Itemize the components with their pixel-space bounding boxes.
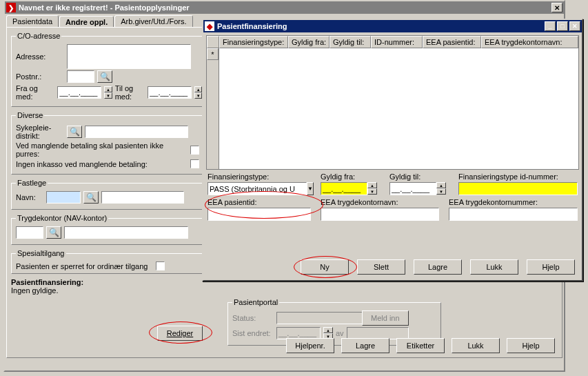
grid-new-row-marker[interactable]: * — [207, 48, 219, 60]
label-gyldig-til: Gyldig til: — [389, 172, 449, 181]
lookup-trygdekontor-button[interactable]: 🔍 — [46, 226, 61, 239]
legend-co-adresse: C/O-adresse — [16, 32, 61, 40]
grid-col-eea-trygdekontornavn[interactable]: EEA trygdekontornavn: — [481, 36, 578, 48]
input-fra-og-med[interactable] — [57, 86, 101, 99]
label-inkasso: Ingen inkasso ved manglende betaling: — [16, 160, 148, 168]
hjelpenr-button[interactable]: Hjelpenr. — [286, 338, 334, 353]
group-pasientfinansiering: Pasientfinansiering: Ingen gyldige. — [11, 278, 204, 295]
label-eea-pasientid: EEA pasientid: — [207, 198, 311, 206]
input-sykepleie[interactable] — [85, 126, 188, 138]
label-sykepleie: Sykepleie- distrikt: — [16, 123, 64, 140]
main-window-title: Navnet er ikke registrert! - Pasientoppl… — [19, 3, 190, 12]
grid-cells[interactable] — [219, 48, 578, 169]
input-eea-trygdekontornummer[interactable] — [449, 208, 578, 221]
group-diverse: Diverse Sykepleie- distrikt: 🔍 Ved mangl… — [11, 111, 204, 175]
binoculars-icon: 🔍 — [49, 228, 59, 237]
binoculars-icon: 🔍 — [100, 72, 110, 81]
legend-spesialtilgang: Spesialtilgang — [16, 249, 66, 257]
input-eea-pasientid[interactable] — [207, 208, 311, 221]
lagre-button[interactable]: Lagre — [341, 338, 389, 353]
main-close-button[interactable]: ✕ — [551, 3, 562, 12]
input-adresse[interactable] — [67, 44, 191, 69]
popup-hjelp-button[interactable]: Hjelp — [527, 259, 575, 275]
text-ingen-gyldige: Ingen gyldige. — [11, 286, 204, 295]
meld-inn-button[interactable]: Meld inn — [362, 310, 409, 326]
rediger-label: Rediger — [167, 329, 194, 337]
grid-col-gyldig-til[interactable]: Gyldig til: — [330, 36, 371, 48]
lookup-fastlege-button[interactable]: 🔍 — [83, 191, 99, 204]
popup-icon: ◆ — [205, 21, 214, 31]
main-button-bar: Hjelpenr. Lagre Etiketter Lukk Hjelp — [7, 338, 555, 353]
spin-fra[interactable]: ▲▼ — [104, 86, 112, 99]
input-gyldig-fra[interactable] — [321, 182, 367, 195]
binoculars-icon: 🔍 — [86, 192, 97, 202]
slett-button[interactable]: Slett — [357, 259, 405, 275]
label-eea-trygdekontornummer: EEA trygdekontornummer: — [449, 198, 578, 206]
legend-trygdekontor: Trygdekontor (NAV-kontor) — [16, 214, 108, 222]
grid: Finansieringstype: Gyldig fra: Gyldig ti… — [206, 35, 579, 170]
etiketter-button[interactable]: Etiketter — [396, 338, 445, 353]
checkbox-sperret[interactable] — [156, 261, 165, 270]
input-gyldig-til[interactable] — [389, 182, 436, 195]
grid-corner — [207, 36, 219, 48]
legend-pasientfinansiering: Pasientfinansiering: — [11, 278, 204, 286]
group-spesialtilgang: Spesialtilgang Pasienten er sperret for … — [11, 249, 204, 274]
label-eea-trygdekontornavn: EEA trygdekontornavn: — [321, 198, 439, 206]
group-trygdekontor: Trygdekontor (NAV-kontor) 🔍 — [11, 214, 204, 245]
popup-button-bar: Ny Slett Lagre Lukk Hjelp — [203, 259, 575, 275]
tab-arbgiver[interactable]: Arb.giver/Utd./Fors. — [114, 15, 192, 27]
app-icon: ❯ — [6, 3, 16, 12]
label-av: av — [336, 329, 344, 337]
checkbox-purres[interactable] — [190, 146, 199, 155]
main-titlebar: ❯ Navnet er ikke registrert! - Pasientop… — [5, 1, 564, 14]
input-finansieringstype[interactable] — [207, 182, 307, 195]
label-fin-id: Finansieringstype id-nummer: — [458, 172, 578, 181]
popup-minimize-button[interactable]: _ — [545, 21, 556, 31]
input-trygdekontor-navn[interactable] — [64, 226, 188, 239]
tab-pasientdata[interactable]: Pasientdata — [6, 15, 59, 27]
label-purres: Ved manglende betaling skal pasienten ik… — [16, 141, 186, 158]
spin-gyldig-fra[interactable]: ▲▼ — [367, 182, 377, 195]
grid-col-id-nummer[interactable]: ID-nummer: — [371, 36, 423, 48]
label-sist-endret: Sist endret: — [232, 329, 274, 337]
finansieringstype-dropdown-button[interactable]: ▼ — [307, 182, 314, 195]
popup-maximize-button[interactable]: □ — [557, 21, 568, 31]
label-status: Status: — [232, 314, 274, 322]
popup-titlebar: ◆ Pasientfinansiering _ □ ✕ — [203, 20, 582, 32]
hjelp-button[interactable]: Hjelp — [507, 338, 555, 353]
lukk-button[interactable]: Lukk — [452, 338, 500, 353]
input-status — [276, 312, 376, 324]
legend-diverse: Diverse — [16, 111, 44, 119]
popup-close-button[interactable]: ✕ — [569, 21, 580, 31]
binoculars-icon: 🔍 — [70, 127, 80, 137]
grid-col-eea-pasientid[interactable]: EEA pasientid: — [423, 36, 481, 48]
tab-andre-oppl[interactable]: Andre oppl. — [59, 16, 114, 28]
label-adresse: Adresse: — [16, 52, 64, 61]
label-navn: Navn: — [16, 193, 43, 201]
grid-row-headers: * — [207, 48, 219, 169]
input-til-og-med[interactable] — [148, 86, 192, 99]
popup-pasientfinansiering: ◆ Pasientfinansiering _ □ ✕ Finansiering… — [202, 19, 583, 281]
popup-lagre-button[interactable]: Lagre — [414, 259, 462, 275]
input-trygdekontor-id[interactable] — [16, 226, 43, 239]
ny-button[interactable]: Ny — [301, 259, 349, 275]
checkbox-inkasso[interactable] — [190, 159, 199, 168]
legend-fastlege: Fastlege — [16, 179, 48, 187]
popup-lukk-button[interactable]: Lukk — [470, 259, 518, 275]
lookup-sykepleie-button[interactable]: 🔍 — [67, 126, 82, 138]
input-fin-id[interactable] — [458, 182, 578, 195]
input-eea-trygdekontornavn[interactable] — [321, 208, 439, 221]
label-fra-og-med: Fra og med: — [16, 84, 54, 101]
group-co-adresse: C/O-adresse Adresse: Postnr.: 🔍 Fra og m… — [11, 32, 207, 107]
spin-til[interactable]: ▲▼ — [194, 86, 202, 99]
popup-form: Finansieringstype: ▼ Gyldig fra: ▲▼ Gyld… — [207, 172, 578, 221]
grid-col-gyldig-fra[interactable]: Gyldig fra: — [288, 36, 330, 48]
legend-pasientportal: Pasientportal — [232, 298, 279, 306]
input-postnr[interactable] — [67, 70, 94, 83]
label-til-og-med: Til og med: — [115, 84, 145, 101]
grid-col-finansieringstype[interactable]: Finansieringstype: — [219, 36, 288, 48]
input-fastlege-id[interactable] — [46, 191, 81, 204]
lookup-postnr-button[interactable]: 🔍 — [97, 70, 112, 83]
input-fastlege-navn[interactable] — [101, 191, 184, 204]
spin-gyldig-til[interactable]: ▲▼ — [436, 182, 446, 195]
